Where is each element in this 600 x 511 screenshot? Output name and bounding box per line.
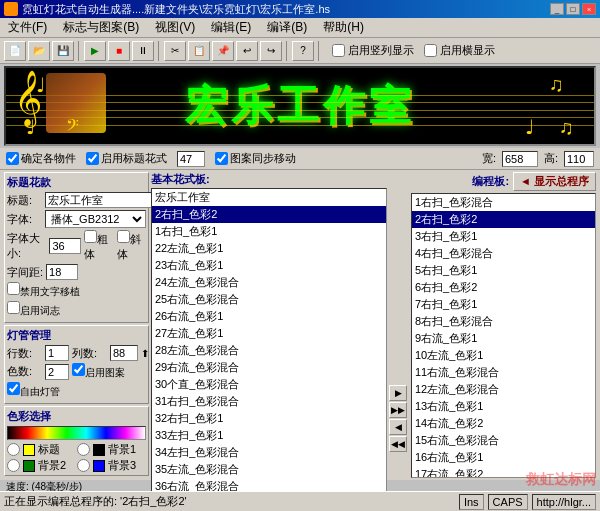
- program-item[interactable]: 5右扫_色彩1: [412, 262, 595, 279]
- program-item[interactable]: 3右扫_色彩1: [412, 228, 595, 245]
- sync-move-check[interactable]: 图案同步移动: [215, 151, 296, 166]
- bold-check[interactable]: 粗体: [84, 230, 113, 262]
- basic-style-item[interactable]: 33左扫_色彩1: [152, 427, 386, 444]
- music-note-3: ♩: [26, 115, 35, 139]
- fix-objects-check[interactable]: 确定各物件: [6, 151, 76, 166]
- basic-style-item[interactable]: 宏乐工作室: [152, 189, 386, 206]
- menu-compile[interactable]: 编译(B): [263, 19, 311, 36]
- color-strip[interactable]: [7, 426, 146, 440]
- main-content: 标题花款 标题: 字体: 播体_GB2312 字体大小: 粗体 斜体 字间距: …: [0, 170, 600, 480]
- color-radio-bg3[interactable]: 背景3: [77, 458, 146, 473]
- horizontal-display-checkbox[interactable]: [424, 44, 437, 57]
- spacing-input[interactable]: [46, 264, 78, 280]
- move-left-button[interactable]: ◀: [389, 419, 407, 435]
- disable-text-check[interactable]: 禁用文字移植: [7, 282, 80, 299]
- title-style-check[interactable]: 启用标题花式: [86, 151, 167, 166]
- help-button[interactable]: ?: [292, 41, 314, 61]
- play-button[interactable]: ▶: [84, 41, 106, 61]
- color-radio-title[interactable]: 标题: [7, 442, 76, 457]
- menu-view[interactable]: 视图(V): [151, 19, 199, 36]
- color-radio-bg2[interactable]: 背景2: [7, 458, 76, 473]
- stop-button[interactable]: ■: [108, 41, 130, 61]
- save-button[interactable]: 💾: [52, 41, 74, 61]
- free-tube-check[interactable]: 自由灯管: [7, 382, 60, 399]
- basic-style-list[interactable]: 宏乐工作室2右扫_色彩21右扫_色彩122左流_色彩123右流_色彩124左流_…: [151, 188, 387, 511]
- fontsize-input[interactable]: [49, 238, 81, 254]
- colors-input[interactable]: [45, 364, 69, 380]
- basic-style-item[interactable]: 22左流_色彩1: [152, 240, 386, 257]
- program-item[interactable]: 4右扫_色彩混合: [412, 245, 595, 262]
- open-button[interactable]: 📂: [28, 41, 50, 61]
- redo-button[interactable]: ↪: [260, 41, 282, 61]
- basic-style-item[interactable]: 26右流_色彩1: [152, 308, 386, 325]
- music-note-5: 𝄢: [66, 116, 79, 139]
- basic-style-item[interactable]: 28左流_色彩混合: [152, 342, 386, 359]
- use-pattern-check[interactable]: 启用图案: [72, 363, 125, 380]
- cols-input[interactable]: [110, 345, 138, 361]
- basic-style-item[interactable]: 35左流_色彩混合: [152, 461, 386, 478]
- font-select[interactable]: 播体_GB2312: [45, 210, 146, 228]
- undo-button[interactable]: ↩: [236, 41, 258, 61]
- menu-edit[interactable]: 编辑(E): [207, 19, 255, 36]
- new-button[interactable]: 📄: [4, 41, 26, 61]
- menu-help[interactable]: 帮助(H): [319, 19, 368, 36]
- basic-style-item[interactable]: 1右扫_色彩1: [152, 223, 386, 240]
- basic-style-item[interactable]: 25右流_色彩混合: [152, 291, 386, 308]
- music-note-4: ♫: [559, 116, 574, 139]
- title-style-checkbox[interactable]: [86, 152, 99, 165]
- color-radio-bg1[interactable]: 背景1: [77, 442, 146, 457]
- move-all-left-button[interactable]: ◀◀: [389, 436, 407, 452]
- basic-style-item[interactable]: 24左流_色彩混合: [152, 274, 386, 291]
- program-item[interactable]: 10左流_色彩1: [412, 347, 595, 364]
- program-item[interactable]: 12左流_色彩混合: [412, 381, 595, 398]
- toolbar: 📄 📂 💾 ▶ ■ ⏸ ✂ 📋 📌 ↩ ↪ ? 启用竖列显示 启用横显示: [0, 38, 600, 64]
- basic-style-item[interactable]: 23右流_色彩1: [152, 257, 386, 274]
- minimize-button[interactable]: _: [550, 3, 564, 15]
- program-item[interactable]: 6右扫_色彩2: [412, 279, 595, 296]
- basic-style-item[interactable]: 29右流_色彩混合: [152, 359, 386, 376]
- menu-symbols[interactable]: 标志与图案(B): [59, 19, 143, 36]
- show-program-button[interactable]: ◄ 显示总程序: [513, 172, 596, 191]
- basic-style-item[interactable]: 2右扫_色彩2: [152, 206, 386, 223]
- enable-word-check[interactable]: 启用词志: [7, 301, 60, 318]
- height-value[interactable]: [564, 151, 594, 167]
- maximize-button[interactable]: □: [566, 3, 580, 15]
- close-button[interactable]: ×: [582, 3, 596, 15]
- program-item[interactable]: 16右流_色彩1: [412, 449, 595, 466]
- sep1: [78, 41, 80, 61]
- vertical-display-check[interactable]: 启用竖列显示: [332, 43, 414, 58]
- width-value[interactable]: [502, 151, 538, 167]
- cut-button[interactable]: ✂: [164, 41, 186, 61]
- program-item[interactable]: 15右流_色彩混合: [412, 432, 595, 449]
- basic-style-item[interactable]: 27左流_色彩1: [152, 325, 386, 342]
- program-item[interactable]: 14右流_色彩2: [412, 415, 595, 432]
- italic-check[interactable]: 斜体: [117, 230, 146, 262]
- program-item[interactable]: 1右扫_色彩混合: [412, 194, 595, 211]
- sync-move-checkbox[interactable]: [215, 152, 228, 165]
- paste-button[interactable]: 📌: [212, 41, 234, 61]
- basic-style-item[interactable]: 30个直_色彩混合: [152, 376, 386, 393]
- vertical-display-label: 启用竖列显示: [348, 43, 414, 58]
- rows-input[interactable]: [45, 345, 69, 361]
- horizontal-display-check[interactable]: 启用横显示: [424, 43, 495, 58]
- copy-button[interactable]: 📋: [188, 41, 210, 61]
- program-list[interactable]: 1右扫_色彩混合2右扫_色彩23右扫_色彩14右扫_色彩混合5右扫_色彩16右扫…: [411, 193, 596, 478]
- basic-style-item[interactable]: 34左扫_色彩混合: [152, 444, 386, 461]
- fix-objects-checkbox[interactable]: [6, 152, 19, 165]
- program-item[interactable]: 13右流_色彩1: [412, 398, 595, 415]
- program-item[interactable]: 7右扫_色彩1: [412, 296, 595, 313]
- program-item[interactable]: 9右流_色彩1: [412, 330, 595, 347]
- title-style-value[interactable]: [177, 151, 205, 167]
- pause-button[interactable]: ⏸: [132, 41, 154, 61]
- sync-move-label: 图案同步移动: [230, 151, 296, 166]
- basic-style-item[interactable]: 32右扫_色彩1: [152, 410, 386, 427]
- basic-style-item[interactable]: 31右扫_色彩混合: [152, 393, 386, 410]
- menu-file[interactable]: 文件(F): [4, 19, 51, 36]
- vertical-display-checkbox[interactable]: [332, 44, 345, 57]
- move-right-button[interactable]: ▶: [389, 385, 407, 401]
- program-item[interactable]: 8右扫_色彩混合: [412, 313, 595, 330]
- program-item[interactable]: 2右扫_色彩2: [412, 211, 595, 228]
- move-all-right-button[interactable]: ▶▶: [389, 402, 407, 418]
- title-text: 霓虹灯花式自动生成器....新建文件夹\宏乐霓虹灯\宏乐工作室.hs: [22, 2, 330, 17]
- program-item[interactable]: 11右流_色彩混合: [412, 364, 595, 381]
